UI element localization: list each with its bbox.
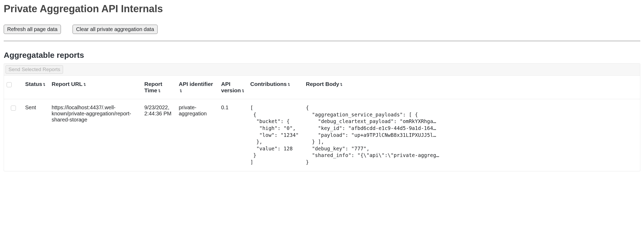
send-selected-button[interactable]: Send Selected Reports bbox=[6, 65, 63, 74]
header-contributions-label: Contributions bbox=[250, 81, 287, 87]
cell-report-time: 9/23/2022, 2:44:36 PM bbox=[142, 99, 176, 171]
report-body-pre: { "aggregation_service_payloads": [ { "d… bbox=[306, 104, 637, 166]
header-report-time[interactable]: Report Time⇅ bbox=[142, 76, 176, 99]
header-report-url[interactable]: Report URL⇅ bbox=[49, 76, 142, 99]
header-report-body-label: Report Body bbox=[306, 81, 339, 87]
page-title: Private Aggregation API Internals bbox=[4, 3, 640, 15]
cell-report-body: { "aggregation_service_payloads": [ { "d… bbox=[303, 99, 640, 171]
clear-button[interactable]: Clear all private aggregation data bbox=[73, 25, 158, 34]
select-all-checkbox[interactable] bbox=[7, 82, 12, 87]
cell-status: Sent bbox=[23, 99, 49, 171]
header-checkbox-cell bbox=[4, 76, 23, 99]
sort-icon: ⇅ bbox=[242, 89, 244, 93]
toolbar: Refresh all page data Clear all private … bbox=[4, 25, 640, 34]
divider bbox=[4, 41, 640, 41]
header-contributions[interactable]: Contributions⇅ bbox=[248, 76, 303, 99]
row-checkbox[interactable] bbox=[11, 106, 16, 111]
section-title: Aggregatable reports bbox=[4, 51, 640, 60]
header-status-label: Status bbox=[25, 81, 42, 87]
header-api-identifier-label: API identifier bbox=[179, 81, 213, 87]
header-api-version[interactable]: API version⇅ bbox=[218, 76, 248, 99]
sort-icon: ⇅ bbox=[158, 89, 160, 93]
header-status[interactable]: Status⇅ bbox=[23, 76, 49, 99]
sort-icon: ⇅ bbox=[288, 83, 290, 86]
contributions-pre: [ { "bucket": { "high": "0", "low": "123… bbox=[250, 104, 301, 166]
cell-contributions: [ { "bucket": { "high": "0", "low": "123… bbox=[248, 99, 303, 171]
sort-icon: ⇅ bbox=[340, 83, 342, 86]
header-api-identifier[interactable]: API identifier⇅ bbox=[176, 76, 218, 99]
cell-api-version: 0.1 bbox=[218, 99, 248, 171]
row-checkbox-cell bbox=[4, 99, 23, 171]
reports-table: Status⇅ Report URL⇅ Report Time⇅ API ide… bbox=[4, 76, 640, 171]
cell-report-url: https://localhost:4437/.well-known/priva… bbox=[49, 99, 142, 171]
header-api-version-label: API version bbox=[221, 81, 241, 93]
reports-table-container: Send Selected Reports Status⇅ Report URL bbox=[4, 63, 640, 171]
refresh-button[interactable]: Refresh all page data bbox=[4, 25, 61, 34]
table-row: Sent https://localhost:4437/.well-known/… bbox=[4, 99, 640, 171]
sort-icon: ⇅ bbox=[180, 89, 182, 93]
action-bar: Send Selected Reports bbox=[4, 64, 640, 76]
header-report-body[interactable]: Report Body⇅ bbox=[303, 76, 640, 99]
sort-icon: ⇅ bbox=[83, 83, 86, 86]
sort-icon: ⇅ bbox=[43, 83, 45, 86]
header-report-url-label: Report URL bbox=[52, 81, 83, 87]
cell-api-identifier: private-aggregation bbox=[176, 99, 218, 171]
